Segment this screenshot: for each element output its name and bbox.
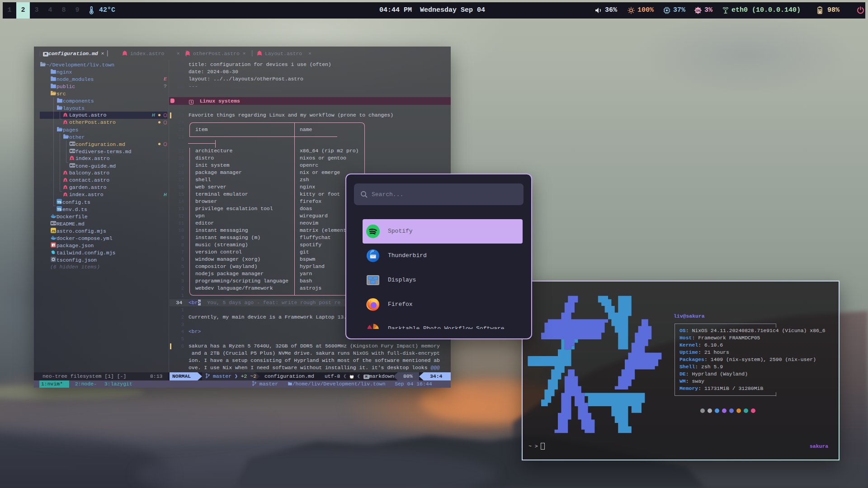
svg-text:GN: GN — [696, 9, 700, 12]
